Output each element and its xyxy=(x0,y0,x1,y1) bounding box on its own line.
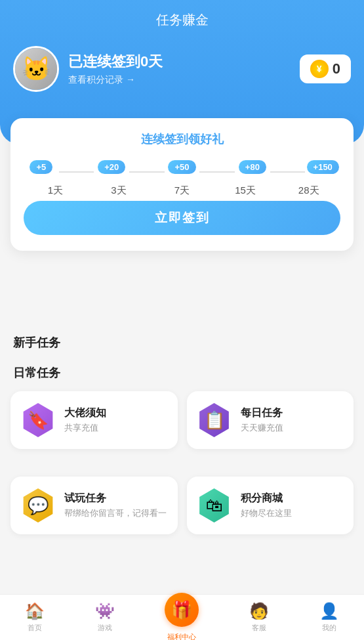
profile-icon: 👤 xyxy=(319,602,339,620)
sign-in-button[interactable]: 立即签到 xyxy=(24,201,340,235)
milestone-badge-1: +5 xyxy=(30,160,52,174)
task-icon-2: 📋 xyxy=(197,403,232,437)
milestone-badge-5: +150 xyxy=(307,160,339,174)
task-subtitle-1: 共享充值 xyxy=(64,422,106,434)
service-icon: 🧑 xyxy=(249,602,269,620)
coin-badge: ¥ 0 xyxy=(300,54,351,83)
streak-milestones-row: +5 +20 +50 +80 +150 xyxy=(24,160,340,174)
milestone-label-4: 15天 xyxy=(214,184,277,197)
task-card-3[interactable]: 💬 试玩任务 帮绑给你留言哥，记得看一 xyxy=(10,477,178,534)
milestone-1: +5 xyxy=(24,160,59,174)
task-subtitle-3: 帮绑给你留言哥，记得看一 xyxy=(64,507,167,519)
task-icon-3: 💬 xyxy=(21,488,55,523)
task-grid-row1: 🔖 大佬须知 共享充值 📋 每日任务 天天赚充值 xyxy=(10,391,354,449)
milestone-line-4 xyxy=(270,171,306,173)
task-card-1[interactable]: 🔖 大佬须知 共享充值 xyxy=(10,391,178,449)
milestone-label-3: 7天 xyxy=(150,184,214,197)
nav-profile[interactable]: 👤 我的 xyxy=(319,602,339,633)
avatar-image: 🐱 xyxy=(15,48,57,90)
milestone-5: +150 xyxy=(305,160,340,174)
task-card-2[interactable]: 📋 每日任务 天天赚充值 xyxy=(187,391,354,449)
milestone-line-1 xyxy=(59,171,94,173)
home-icon: 🏠 xyxy=(25,602,45,620)
avatar: 🐱 xyxy=(13,46,59,92)
nav-home-label: 首页 xyxy=(28,623,42,633)
signin-card-title: 连续签到领好礼 xyxy=(24,131,340,147)
bottom-nav: 🏠 首页 👾 游戏 🎁 福利中心 🧑 客服 👤 我的 xyxy=(0,594,364,640)
task-subtitle-4: 好物尽在这里 xyxy=(241,507,292,519)
task-subtitle-2: 天天赚充值 xyxy=(241,422,283,434)
signin-card: 连续签到领好礼 +5 +20 +50 +80 +150 1天 3天 7天 xyxy=(10,118,354,251)
welfare-center-icon: 🎁 xyxy=(165,593,199,627)
beginner-tasks-label: 新手任务 xyxy=(13,335,60,351)
record-link[interactable]: 查看积分记录 → xyxy=(68,74,163,86)
task-title-2: 每日任务 xyxy=(241,406,283,420)
user-left: 🐱 已连续签到0天 查看积分记录 → xyxy=(13,46,163,92)
nav-service-label: 客服 xyxy=(252,623,266,633)
task-title-1: 大佬须知 xyxy=(64,406,106,420)
nav-welfare-center[interactable]: 🎁 福利中心 xyxy=(165,593,199,640)
milestone-line-3 xyxy=(199,171,235,173)
milestone-2: +20 xyxy=(94,160,129,174)
milestone-label-1: 1天 xyxy=(24,184,87,197)
task-icon-1: 🔖 xyxy=(21,403,55,437)
milestone-3: +50 xyxy=(165,160,200,174)
game-icon: 👾 xyxy=(95,602,115,620)
milestone-labels-row: 1天 3天 7天 15天 28天 xyxy=(24,184,340,197)
milestone-badge-2: +20 xyxy=(98,160,125,174)
milestone-badge-3: +50 xyxy=(168,160,195,174)
nav-home[interactable]: 🏠 首页 xyxy=(25,602,45,633)
task-grid-row2: 💬 试玩任务 帮绑给你留言哥，记得看一 🛍 积分商城 好物尽在这里 xyxy=(10,477,354,534)
task-text-4: 积分商城 好物尽在这里 xyxy=(241,492,292,519)
task-text-1: 大佬须知 共享充值 xyxy=(64,406,106,434)
milestone-badge-4: +80 xyxy=(239,160,266,174)
page-title-bar: 任务赚金 xyxy=(0,0,364,39)
coin-icon: ¥ xyxy=(310,60,329,78)
nav-service[interactable]: 🧑 客服 xyxy=(249,602,269,633)
milestone-label-2: 3天 xyxy=(87,184,151,197)
nav-game[interactable]: 👾 游戏 xyxy=(95,602,115,633)
nav-profile-label: 我的 xyxy=(322,623,336,633)
user-info: 已连续签到0天 查看积分记录 → xyxy=(68,52,163,86)
task-title-3: 试玩任务 xyxy=(64,492,167,505)
task-card-4[interactable]: 🛍 积分商城 好物尽在这里 xyxy=(187,477,354,534)
milestone-4: +80 xyxy=(235,160,270,174)
streak-text: 已连续签到0天 xyxy=(68,52,163,72)
task-title-4: 积分商城 xyxy=(241,492,292,505)
nav-game-label: 游戏 xyxy=(98,623,112,633)
task-text-2: 每日任务 天天赚充值 xyxy=(241,406,283,434)
daily-tasks-label: 日常任务 xyxy=(13,365,60,381)
user-row: 🐱 已连续签到0天 查看积分记录 → ¥ 0 xyxy=(13,46,351,92)
page-title: 任务赚金 xyxy=(156,11,209,29)
nav-welfare-label: 福利中心 xyxy=(167,632,196,640)
coin-count: 0 xyxy=(333,60,340,77)
task-text-3: 试玩任务 帮绑给你留言哥，记得看一 xyxy=(64,492,167,519)
milestone-label-5: 28天 xyxy=(277,184,340,197)
milestone-line-2 xyxy=(129,171,165,173)
task-icon-4: 🛍 xyxy=(197,488,232,523)
